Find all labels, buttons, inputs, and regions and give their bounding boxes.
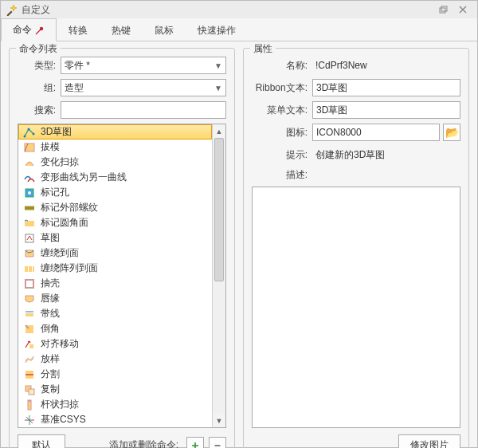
list-item-label: 变形曲线为另一曲线 bbox=[41, 171, 127, 184]
group-legend: 属性 bbox=[250, 42, 276, 56]
list-item[interactable]: 草图 bbox=[18, 230, 212, 246]
svg-marker-0 bbox=[10, 5, 17, 11]
svg-point-10 bbox=[28, 191, 31, 195]
description-textarea[interactable] bbox=[252, 187, 460, 428]
svg-rect-11 bbox=[25, 206, 34, 210]
list-item[interactable]: 抽壳 bbox=[18, 276, 212, 291]
tab-mouse[interactable]: 鼠标 bbox=[143, 19, 186, 41]
command-listbox[interactable]: 3D草图拔模变化扫掠变形曲线为另一曲线标记孔标记外部螺纹标记圆角面草图缠绕到面缠… bbox=[18, 124, 226, 428]
properties-group: 属性 名称: !CdPrf3New Ribbon文本: 菜单文本: 图标: bbox=[243, 48, 469, 448]
command-icon bbox=[23, 202, 36, 214]
restore-button[interactable] bbox=[434, 2, 453, 17]
list-item[interactable]: 放样 bbox=[18, 352, 212, 367]
menu-text-input[interactable] bbox=[312, 101, 460, 119]
svg-point-7 bbox=[33, 132, 35, 135]
list-item[interactable]: 带线 bbox=[18, 306, 212, 321]
list-item[interactable]: 3D草图 bbox=[18, 124, 212, 140]
ribbon-text-input[interactable] bbox=[312, 79, 460, 96]
list-item[interactable]: 对齐移动 bbox=[18, 336, 212, 352]
list-item-label: 分割 bbox=[41, 367, 60, 381]
browse-icon-button[interactable]: 📂 bbox=[443, 124, 460, 141]
titlebar: 自定义 bbox=[1, 1, 477, 18]
command-icon bbox=[23, 368, 36, 381]
list-item-label: 放样 bbox=[41, 352, 60, 366]
command-icon bbox=[23, 171, 36, 184]
type-combo-value: 零件 * bbox=[65, 59, 90, 73]
tab-commands[interactable]: 命令 bbox=[1, 18, 57, 41]
list-item[interactable]: 变化扫掠 bbox=[18, 155, 212, 170]
list-item-label: 草图 bbox=[41, 231, 60, 245]
add-remove-label: 添加或删除命令: bbox=[70, 438, 182, 448]
list-item-label: 变化扫掠 bbox=[41, 155, 79, 169]
close-button[interactable] bbox=[453, 2, 472, 17]
list-item[interactable]: 复制 bbox=[18, 382, 212, 397]
scrollbar-vertical[interactable]: ▲ ▼ bbox=[212, 124, 225, 427]
command-icon bbox=[23, 232, 36, 245]
list-item-label: 倒角 bbox=[41, 322, 60, 336]
command-icon bbox=[23, 156, 36, 169]
tab-label: 快速操作 bbox=[198, 24, 236, 37]
list-item-label: 标记孔 bbox=[41, 186, 69, 199]
tab-content: 命令列表 类型: 零件 * ▼ 组: 造型 ▼ bbox=[1, 41, 477, 448]
svg-rect-16 bbox=[33, 266, 34, 272]
command-icon bbox=[23, 247, 36, 260]
search-label: 搜索: bbox=[18, 104, 61, 117]
remove-command-button[interactable]: － bbox=[209, 437, 226, 449]
command-icon bbox=[23, 262, 36, 275]
scroll-down-button[interactable]: ▼ bbox=[213, 414, 225, 427]
command-icon bbox=[23, 414, 36, 426]
default-button[interactable]: 默认 bbox=[18, 434, 65, 448]
type-label: 类型: bbox=[18, 59, 61, 73]
list-item[interactable]: 变形曲线为另一曲线 bbox=[18, 170, 212, 185]
list-item[interactable]: 标记孔 bbox=[18, 185, 212, 200]
svg-rect-15 bbox=[29, 266, 32, 272]
command-icon bbox=[23, 293, 36, 305]
type-combo[interactable]: 零件 * ▼ bbox=[61, 57, 226, 74]
list-item[interactable]: 倒角 bbox=[18, 321, 212, 336]
list-item-label: 对齐移动 bbox=[41, 337, 79, 351]
list-item-label: 杆状扫掠 bbox=[41, 398, 79, 411]
list-item[interactable]: 基准CSYS bbox=[18, 412, 212, 427]
change-picture-button[interactable]: 修改图片 bbox=[398, 434, 460, 448]
list-item-label: 缠绕到面 bbox=[41, 246, 79, 260]
group-combo-value: 造型 bbox=[65, 81, 84, 95]
tab-transform[interactable]: 转换 bbox=[57, 19, 100, 41]
group-combo[interactable]: 造型 ▼ bbox=[61, 79, 226, 96]
tab-label: 热键 bbox=[112, 24, 131, 37]
scroll-up-button[interactable]: ▲ bbox=[213, 124, 225, 138]
add-command-button[interactable]: ＋ bbox=[186, 437, 204, 449]
command-icon bbox=[23, 323, 36, 336]
list-item[interactable]: 分割 bbox=[18, 367, 212, 382]
tab-label: 命令 bbox=[13, 23, 32, 37]
svg-rect-2 bbox=[440, 8, 445, 13]
svg-rect-14 bbox=[25, 266, 28, 272]
name-value: !CdPrf3New bbox=[312, 57, 460, 74]
svg-rect-18 bbox=[27, 281, 32, 286]
command-icon bbox=[23, 126, 36, 139]
svg-rect-22 bbox=[29, 344, 33, 348]
list-item[interactable]: 缠绕到面 bbox=[18, 246, 212, 261]
command-icon bbox=[23, 399, 36, 411]
svg-point-28 bbox=[28, 400, 31, 402]
scroll-thumb[interactable] bbox=[214, 138, 224, 281]
scroll-track[interactable] bbox=[213, 138, 225, 414]
pin-icon bbox=[35, 26, 45, 35]
list-item[interactable]: 标记外部螺纹 bbox=[18, 200, 212, 215]
search-input[interactable] bbox=[61, 101, 226, 119]
icon-input[interactable] bbox=[312, 124, 440, 141]
svg-rect-1 bbox=[6, 10, 12, 16]
list-item[interactable]: 缠绕阵列到面 bbox=[18, 261, 212, 276]
list-item[interactable]: 唇缘 bbox=[18, 291, 212, 306]
list-item[interactable]: 拔模 bbox=[18, 140, 212, 155]
hint-value: 创建新的3D草图 bbox=[312, 146, 460, 163]
list-item[interactable]: 杆状扫掠 bbox=[18, 397, 212, 412]
list-item-label: 唇缘 bbox=[41, 292, 60, 305]
svg-point-4 bbox=[40, 26, 43, 29]
list-item-label: 复制 bbox=[41, 383, 60, 396]
list-item[interactable]: 标记圆角面 bbox=[18, 215, 212, 230]
list-item-label: 标记外部螺纹 bbox=[41, 201, 98, 214]
hint-label: 提示: bbox=[252, 148, 312, 162]
tab-hotkeys[interactable]: 热键 bbox=[100, 19, 143, 41]
tab-quickops[interactable]: 快速操作 bbox=[186, 19, 248, 41]
svg-rect-3 bbox=[441, 6, 447, 11]
